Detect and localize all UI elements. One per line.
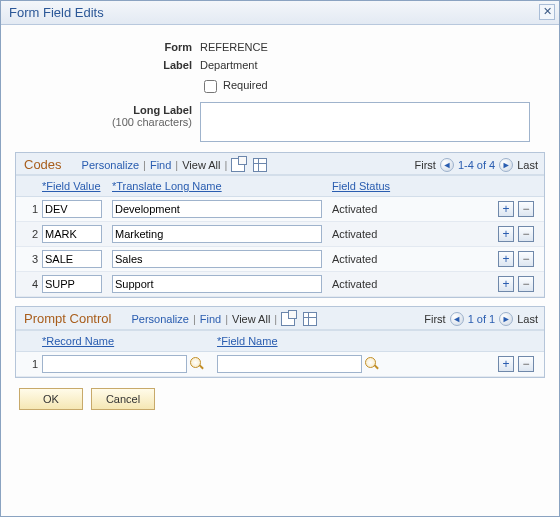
translate-long-name-input[interactable] <box>112 250 322 268</box>
delete-row-button[interactable]: − <box>518 356 534 372</box>
prompt-next-button[interactable]: ► <box>499 312 513 326</box>
prompt-title: Prompt Control <box>24 311 111 327</box>
prompt-rows: 1+− <box>16 352 544 377</box>
prompt-find-link[interactable]: Find <box>200 313 221 325</box>
codes-header-row: *Field Value *Translate Long Name Field … <box>16 175 544 197</box>
delete-row-button[interactable]: − <box>518 251 534 267</box>
close-icon[interactable]: ✕ <box>539 4 555 20</box>
field-value-input[interactable] <box>42 200 102 218</box>
col-field-name[interactable]: *Field Name <box>217 335 392 347</box>
window-title: Form Field Edits <box>9 5 104 20</box>
codes-personalize-link[interactable]: Personalize <box>82 159 139 171</box>
codes-section: Codes Personalize | Find | View All | Fi… <box>15 152 545 298</box>
add-row-button[interactable]: + <box>498 356 514 372</box>
label-value: Department <box>200 59 545 71</box>
codes-viewall-label: View All <box>182 159 220 171</box>
zoom-icon[interactable] <box>231 158 245 172</box>
lookup-icon[interactable] <box>189 356 205 372</box>
prompt-toolbar: Personalize | Find | View All | <box>131 312 418 326</box>
field-status-value: Activated <box>332 203 432 215</box>
spreadsheet-icon[interactable] <box>303 312 317 326</box>
codes-find-link[interactable]: Find <box>150 159 171 171</box>
ok-button[interactable]: OK <box>19 388 83 410</box>
col-translate-long-name[interactable]: *Translate Long Name <box>112 180 332 192</box>
field-status-value: Activated <box>332 278 432 290</box>
field-status-value: Activated <box>332 253 432 265</box>
zoom-icon[interactable] <box>281 312 295 326</box>
codes-last-label: Last <box>517 159 538 171</box>
record-name-input[interactable] <box>42 355 187 373</box>
codes-paging: First ◄ 1-4 of 4 ► Last <box>409 158 539 172</box>
label-label: Label <box>15 59 200 71</box>
row-number: 3 <box>20 253 42 265</box>
required-row: Required <box>200 77 545 96</box>
codes-toolbar: Personalize | Find | View All | <box>82 158 409 172</box>
prompt-prev-button[interactable]: ◄ <box>450 312 464 326</box>
codes-range-link[interactable]: 1-4 of 4 <box>458 159 495 171</box>
codes-prev-button[interactable]: ◄ <box>440 158 454 172</box>
table-row: 4Activated+− <box>16 272 544 297</box>
col-field-value[interactable]: *Field Value <box>42 180 112 192</box>
required-checkbox[interactable] <box>204 80 217 93</box>
field-name-input[interactable] <box>217 355 362 373</box>
row-number: 4 <box>20 278 42 290</box>
content-area: Form REFERENCE Label Department Required… <box>1 25 559 430</box>
delete-row-button[interactable]: − <box>518 276 534 292</box>
col-record-name[interactable]: *Record Name <box>42 335 217 347</box>
cancel-button[interactable]: Cancel <box>91 388 155 410</box>
field-status-value: Activated <box>332 228 432 240</box>
form-label: Form <box>15 41 200 53</box>
dialog-window: Form Field Edits ✕ Form REFERENCE Label … <box>0 0 560 517</box>
longlabel-label: Long Label <box>133 104 192 116</box>
codes-next-button[interactable]: ► <box>499 158 513 172</box>
prompt-viewall-label: View All <box>232 313 270 325</box>
translate-long-name-input[interactable] <box>112 275 322 293</box>
field-value-input[interactable] <box>42 250 102 268</box>
field-value-input[interactable] <box>42 275 102 293</box>
codes-rows: 1Activated+−2Activated+−3Activated+−4Act… <box>16 197 544 297</box>
table-row: 2Activated+− <box>16 222 544 247</box>
form-value: REFERENCE <box>200 41 545 53</box>
longlabel-hint: (100 characters) <box>112 116 192 128</box>
row-number: 1 <box>20 358 42 370</box>
longlabel-input[interactable] <box>200 102 530 142</box>
translate-long-name-input[interactable] <box>112 225 322 243</box>
prompt-section: Prompt Control Personalize | Find | View… <box>15 306 545 378</box>
codes-first-label: First <box>415 159 436 171</box>
add-row-button[interactable]: + <box>498 276 514 292</box>
table-row: 1+− <box>16 352 544 377</box>
lookup-icon[interactable] <box>364 356 380 372</box>
translate-long-name-input[interactable] <box>112 200 322 218</box>
add-row-button[interactable]: + <box>498 201 514 217</box>
prompt-header-row: *Record Name *Field Name <box>16 330 544 352</box>
add-row-button[interactable]: + <box>498 251 514 267</box>
add-row-button[interactable]: + <box>498 226 514 242</box>
prompt-paging: First ◄ 1 of 1 ► Last <box>418 312 538 326</box>
table-row: 1Activated+− <box>16 197 544 222</box>
prompt-range-link[interactable]: 1 of 1 <box>468 313 496 325</box>
delete-row-button[interactable]: − <box>518 226 534 242</box>
col-field-status[interactable]: Field Status <box>332 180 432 192</box>
prompt-last-label: Last <box>517 313 538 325</box>
delete-row-button[interactable]: − <box>518 201 534 217</box>
prompt-personalize-link[interactable]: Personalize <box>131 313 188 325</box>
prompt-first-label: First <box>424 313 445 325</box>
spreadsheet-icon[interactable] <box>253 158 267 172</box>
titlebar: Form Field Edits ✕ <box>1 1 559 25</box>
row-number: 1 <box>20 203 42 215</box>
field-value-input[interactable] <box>42 225 102 243</box>
button-row: OK Cancel <box>15 378 545 420</box>
codes-title: Codes <box>24 157 62 172</box>
row-number: 2 <box>20 228 42 240</box>
required-label: Required <box>223 79 268 91</box>
table-row: 3Activated+− <box>16 247 544 272</box>
